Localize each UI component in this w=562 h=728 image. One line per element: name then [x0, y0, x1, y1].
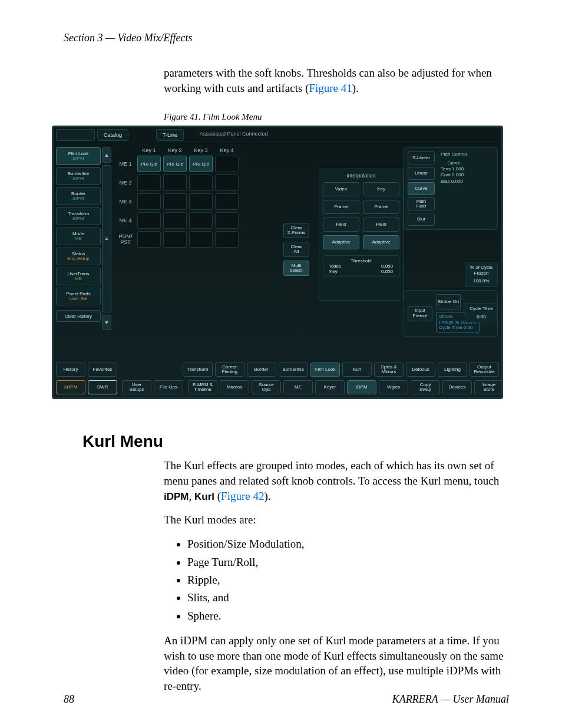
- grid-cell[interactable]: PRI Glb: [189, 156, 213, 172]
- grid-cell[interactable]: [215, 174, 239, 191]
- grid-cell[interactable]: [215, 193, 239, 210]
- bottom-image-store[interactable]: Image Store: [474, 380, 503, 394]
- mode-output-recursive[interactable]: Output Recursive: [470, 363, 499, 377]
- grid-cell[interactable]: [163, 193, 187, 210]
- grid-cell[interactable]: [215, 231, 239, 248]
- interp-frame[interactable]: Frame: [363, 200, 399, 214]
- grid-cell[interactable]: [163, 231, 187, 248]
- scroll-handle-icon[interactable]: ≡: [102, 165, 111, 312]
- rail-panel-prefs[interactable]: Panel PrefsUser Set: [56, 288, 101, 305]
- rail-film-look[interactable]: Film LookiDPM: [56, 147, 101, 165]
- tab-empty[interactable]: [56, 129, 95, 141]
- grid-cell[interactable]: [215, 156, 239, 172]
- mode-defocus[interactable]: Defocus: [406, 363, 435, 377]
- mode-film-look[interactable]: Film Look: [310, 363, 340, 377]
- clear-1[interactable]: Clear All: [283, 242, 309, 257]
- rail-usertrans[interactable]: UserTransME: [56, 268, 101, 285]
- clear-2[interactable]: Multi select: [283, 261, 309, 276]
- grid-cell[interactable]: [137, 212, 161, 229]
- figure-42-link[interactable]: Figure 42: [221, 490, 264, 502]
- path-s-linear[interactable]: S-Linear: [408, 151, 435, 164]
- manual-title: KARRERA — User Manual: [392, 693, 509, 706]
- kurl-modes-list: Position/Size Modulation,Page Turn/Roll,…: [176, 535, 509, 625]
- interp-adaptive[interactable]: Adaptive: [323, 235, 359, 249]
- page-number: 88: [64, 693, 74, 706]
- bottom-e-mem-timeline[interactable]: E-MEM & Timeline: [188, 380, 217, 394]
- bottom-file-ops[interactable]: File Ops: [154, 380, 183, 394]
- running-head: Section 3 — Video Mix/Effects: [64, 32, 509, 44]
- grid-cell[interactable]: [189, 231, 213, 248]
- bottom-devices[interactable]: Devices: [442, 380, 472, 394]
- bottom-macros[interactable]: Macros: [220, 380, 249, 394]
- interp-field[interactable]: Field: [323, 218, 359, 232]
- tab-tline[interactable]: T-Line: [156, 129, 184, 141]
- kurl-mode-item: Slits, and: [187, 589, 509, 607]
- grid-cell[interactable]: [189, 193, 213, 210]
- kurl-mode-item: Ripple,: [187, 571, 509, 589]
- grid-cell[interactable]: PRI Glb: [163, 156, 187, 172]
- rail-borderline[interactable]: BorderlineiDPM: [56, 167, 101, 185]
- mode-favorites[interactable]: Favorites: [88, 363, 117, 377]
- path-control-panel: S-LinearLinearCurvePath HoldBlur Path Co…: [404, 147, 498, 230]
- scroll-down-icon[interactable]: ▼: [102, 315, 111, 330]
- bottom-copy-swap[interactable]: Copy Swap: [411, 380, 440, 394]
- interp-frame[interactable]: Frame: [323, 200, 359, 214]
- grid-cell[interactable]: PRI Glb: [137, 156, 161, 172]
- bottom-edpm[interactable]: eDPM: [56, 380, 85, 394]
- bottom-keyer[interactable]: Keyer: [315, 380, 345, 394]
- grid-cell[interactable]: [189, 212, 213, 229]
- grid-cell[interactable]: [215, 212, 239, 229]
- interp-adaptive[interactable]: Adaptive: [363, 235, 399, 249]
- grid-cell[interactable]: [189, 174, 213, 191]
- assoc-panel-label: Associated Panel Connected: [200, 131, 268, 137]
- figure-41-link[interactable]: Figure 41: [309, 82, 352, 94]
- input-freeze-button[interactable]: Input Freeze: [408, 306, 432, 321]
- strobe-on-button[interactable]: Strobe On: [436, 294, 461, 309]
- kurl-mode-item: Position/Size Modulation,: [187, 535, 509, 553]
- path-path-hold[interactable]: Path Hold: [408, 197, 435, 210]
- mode-corner-pinning[interactable]: Corner Pinning: [215, 363, 244, 377]
- bottom-source-ops[interactable]: Source Ops: [252, 380, 281, 394]
- interpolation-panel: Interpolation VideoKeyFrameFrameFieldFie…: [319, 169, 404, 301]
- tab-catalog[interactable]: Catalog: [97, 129, 128, 141]
- bottom-wipes[interactable]: Wipes: [379, 380, 408, 394]
- grid-cell[interactable]: [163, 212, 187, 229]
- path-blur[interactable]: Blur: [408, 213, 435, 226]
- path-linear[interactable]: Linear: [408, 167, 435, 180]
- rail-transform[interactable]: TransformiDPM: [56, 207, 101, 225]
- mode-kurl[interactable]: Kurl: [342, 363, 372, 377]
- clear-history-button[interactable]: Clear History: [56, 310, 101, 322]
- interp-video[interactable]: Video: [323, 182, 359, 196]
- grid-cell[interactable]: [163, 174, 187, 191]
- grid-cell[interactable]: [137, 193, 161, 210]
- figure-caption: Figure 41. Film Look Menu: [164, 112, 509, 122]
- grid-cell[interactable]: [137, 231, 161, 248]
- film-look-menu-screenshot: Catalog T-Line Associated Panel Connecte…: [52, 126, 503, 399]
- kurl-mode-item: Page Turn/Roll,: [187, 554, 509, 571]
- kurl-p2: The Kurl modes are:: [164, 512, 509, 528]
- clear-0[interactable]: Clear X-Forms: [283, 223, 309, 238]
- interp-key[interactable]: Key: [363, 182, 399, 196]
- kurl-mode-item: Sphere.: [187, 607, 509, 625]
- kurl-heading: Kurl Menu: [82, 432, 509, 451]
- mode-border[interactable]: Border: [247, 363, 276, 377]
- rail-status[interactable]: StatusEng Setup: [56, 248, 101, 265]
- intro-paragraph: parameters with the soft knobs. Threshol…: [164, 65, 509, 95]
- bottom-user-setups[interactable]: User Setups: [122, 380, 151, 394]
- rail-border[interactable]: BorderiDPM: [56, 187, 101, 205]
- mode-splits-mirrors[interactable]: Splits & Mirrors: [374, 363, 404, 377]
- rail-mode[interactable]: ModeME: [56, 228, 101, 245]
- grid-cell[interactable]: [137, 174, 161, 191]
- scroll-up-icon[interactable]: ▲: [102, 147, 111, 163]
- mode-transform[interactable]: Transform: [183, 363, 212, 377]
- path-curve[interactable]: Curve: [408, 182, 435, 195]
- bottom-me[interactable]: ME: [283, 380, 313, 394]
- cycle-time-readout: Cycle Time 0:00: [465, 303, 498, 322]
- bottom-idpm[interactable]: iDPM: [347, 380, 376, 394]
- bottom-swr[interactable]: SWR: [88, 380, 117, 394]
- interp-field[interactable]: Field: [363, 218, 399, 232]
- mode-lighting[interactable]: Lighting: [438, 363, 467, 377]
- mode-borderline[interactable]: Borderline: [279, 363, 308, 377]
- cycle-frozen-readout: % of Cycle Frozen 100.0%: [465, 262, 498, 287]
- mode-history[interactable]: History: [56, 363, 85, 377]
